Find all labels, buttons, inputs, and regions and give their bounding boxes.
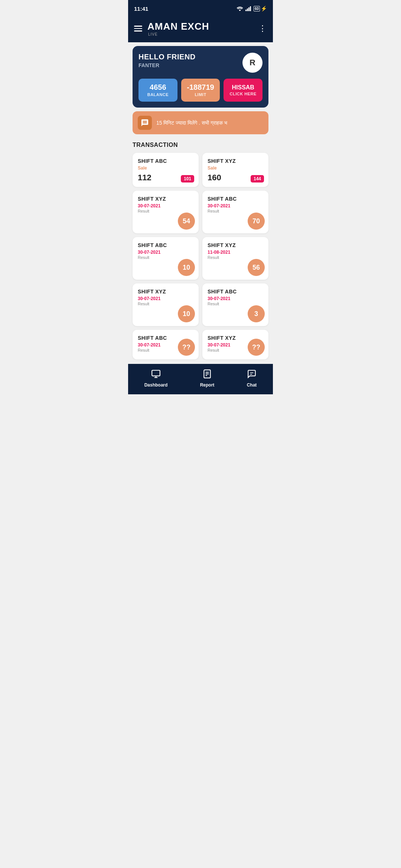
balance-button[interactable]: 4656 BALANCE [138, 79, 177, 102]
tx-name: SHIFT XYZ [208, 242, 263, 248]
tx-name: SHIFT XYZ [208, 158, 263, 164]
transaction-card[interactable]: SHIFT XYZ11-08-2021Result56 [202, 237, 268, 280]
notification-icon [138, 116, 152, 130]
tx-badge-circle: 56 [248, 259, 265, 276]
tx-date: 30-07-2021 [138, 250, 193, 255]
tx-badge-circle: 70 [248, 213, 265, 230]
svg-rect-1 [247, 9, 248, 11]
signal-icon [245, 6, 251, 11]
chat-icon [141, 119, 149, 127]
chat-nav-icon [247, 369, 257, 381]
transaction-card[interactable]: SHIFT ABC30-07-2021Result?? [133, 330, 199, 359]
tx-badge-circle: 10 [178, 259, 195, 276]
title-text: AMAN EXCH [147, 21, 209, 32]
hissab-value: HISSAB [226, 84, 260, 91]
limit-label: LIMIT [195, 92, 206, 97]
user-greeting: HELLO FRIEND [138, 53, 196, 61]
limit-value: -188719 [184, 83, 217, 92]
status-icons: 60 ⚡ [237, 6, 267, 11]
app-header: AMAN EXCHLIVE ⋮ [128, 16, 273, 42]
status-time: 11:41 [134, 6, 148, 12]
app-title-container: AMAN EXCHLIVE [147, 21, 209, 36]
hissab-label: CLICK HERE [230, 92, 257, 96]
transaction-card[interactable]: SHIFT ABCSale 112 101 [133, 153, 199, 187]
limit-button[interactable]: -188719 LIMIT [181, 79, 220, 102]
tx-name: SHIFT ABC [208, 196, 263, 202]
tx-name: SHIFT ABC [208, 289, 263, 295]
report-svg-icon [202, 369, 212, 379]
balance-value: 4656 [141, 83, 175, 92]
transaction-card[interactable]: SHIFT XYZ30-07-2021Result10 [133, 283, 199, 326]
tx-amount: 160 [208, 173, 221, 183]
chat-svg-icon [247, 369, 257, 379]
tx-date: 30-07-2021 [138, 296, 193, 301]
user-info: HELLO FRIEND FANTER [138, 53, 196, 68]
nav-report[interactable]: Report [194, 368, 221, 389]
tx-type: Sale [208, 165, 263, 171]
svg-rect-4 [152, 370, 160, 376]
nav-chat[interactable]: Chat [241, 368, 263, 389]
tx-date: 11-08-2021 [208, 250, 263, 255]
transaction-card[interactable]: SHIFT ABC30-07-2021Result70 [202, 191, 268, 233]
tx-amount: 112 [138, 173, 151, 183]
tx-name: SHIFT ABC [138, 158, 193, 164]
tx-badge-circle: ?? [248, 339, 265, 356]
transaction-card[interactable]: SHIFT XYZSale 160 144 [202, 153, 268, 187]
tx-date: 30-07-2021 [138, 203, 193, 208]
user-username: FANTER [138, 62, 196, 68]
status-bar: 11:41 60 ⚡ [128, 0, 273, 16]
report-label: Report [200, 382, 215, 388]
notification-banner[interactable]: 15 मिनिट ज्यादा मिलेंगे . सभी ग्राहक भ [133, 111, 268, 134]
tx-badge: 101 [181, 175, 194, 183]
tx-name: SHIFT XYZ [138, 196, 193, 202]
tx-badge-circle: ?? [178, 339, 195, 356]
app-title: AMAN EXCHLIVE [147, 21, 209, 36]
notification-text: 15 मिनिट ज्यादा मिलेंगे . सभी ग्राहक भ [156, 120, 227, 126]
tx-badge-circle: 10 [178, 305, 195, 322]
menu-button[interactable] [134, 26, 142, 32]
transaction-card[interactable]: SHIFT XYZ30-07-2021Result?? [202, 330, 268, 359]
more-options-button[interactable]: ⋮ [258, 24, 267, 33]
balance-label: BALANCE [147, 92, 169, 97]
report-icon [202, 369, 212, 381]
monitor-icon [151, 369, 161, 379]
chat-label: Chat [247, 382, 257, 388]
svg-rect-2 [248, 7, 250, 11]
transaction-grid: SHIFT ABCSale 112 101SHIFT XYZSale 160 1… [133, 153, 268, 359]
transaction-card[interactable]: SHIFT ABC30-07-2021Result3 [202, 283, 268, 326]
svg-rect-0 [245, 10, 247, 11]
battery-icon: 60 ⚡ [254, 6, 267, 11]
hissab-button[interactable]: HISSAB CLICK HERE [224, 79, 263, 102]
svg-rect-3 [250, 6, 251, 11]
tx-name: SHIFT ABC [138, 242, 193, 248]
bottom-nav: Dashboard Report Chat [128, 364, 273, 394]
transaction-title: TRANSACTION [133, 142, 268, 148]
dashboard-label: Dashboard [144, 382, 168, 388]
dashboard-icon [151, 369, 161, 381]
transaction-section: TRANSACTION SHIFT ABCSale 112 101SHIFT X… [128, 138, 273, 359]
tx-badge-circle: 54 [178, 213, 195, 230]
tx-date: 30-07-2021 [208, 203, 263, 208]
transaction-card[interactable]: SHIFT XYZ30-07-2021Result54 [133, 191, 199, 233]
tx-badge: 144 [251, 175, 264, 183]
tx-badge-circle: 3 [248, 305, 265, 322]
tx-name: SHIFT XYZ [138, 289, 193, 295]
live-badge: LIVE [148, 32, 209, 36]
transaction-card[interactable]: SHIFT ABC30-07-2021Result10 [133, 237, 199, 280]
avatar: R [242, 53, 263, 73]
tx-type: Sale [138, 165, 193, 171]
wifi-icon [237, 6, 243, 11]
nav-dashboard[interactable]: Dashboard [138, 368, 174, 389]
tx-date: 30-07-2021 [208, 296, 263, 301]
stats-row: 4656 BALANCE -188719 LIMIT HISSAB CLICK … [138, 79, 263, 102]
user-card: HELLO FRIEND FANTER R 4656 BALANCE -1887… [133, 46, 268, 108]
